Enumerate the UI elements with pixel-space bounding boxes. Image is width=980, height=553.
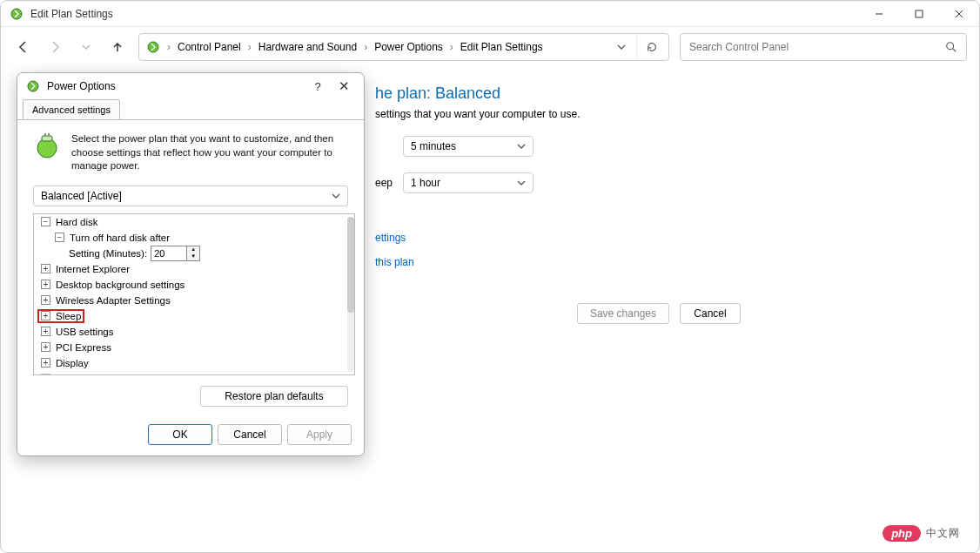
dialog-description: Select the power plan that you want to c… [71,132,348,173]
close-button[interactable] [939,1,979,27]
spinner-down-button[interactable]: ▼ [187,253,199,260]
dialog-close-button[interactable]: ✕ [331,78,357,94]
dropdown-value: 1 hour [411,177,440,189]
forward-button[interactable] [44,37,65,57]
tree-node-display[interactable]: +Display [34,355,346,371]
minimize-button[interactable] [859,1,899,27]
page-subtext: settings that you want your computer to … [375,108,953,120]
svg-point-5 [148,42,158,52]
breadcrumb-item[interactable]: Control Panel [178,41,241,53]
dialog-cancel-button[interactable]: Cancel [218,424,282,445]
watermark-text: 中文网 [926,526,960,541]
svg-rect-11 [44,133,46,136]
address-bar[interactable]: › Control Panel › Hardware and Sound › P… [138,33,669,61]
scrollbar-thumb[interactable] [347,217,354,313]
chevron-right-icon[interactable]: › [246,41,253,53]
collapse-icon[interactable]: − [41,217,50,226]
expand-icon[interactable]: + [41,264,50,273]
search-icon[interactable] [945,41,957,53]
svg-rect-10 [42,136,52,141]
dialog-apply-button[interactable]: Apply [287,424,352,445]
link-restore-plan[interactable]: this plan [375,256,953,268]
up-button[interactable] [107,37,128,57]
expand-icon[interactable]: + [41,311,50,320]
expand-icon[interactable]: + [41,342,50,352]
tree-node-wireless-adapter[interactable]: +Wireless Adapter Settings [34,293,346,308]
tree-node-desktop-background[interactable]: +Desktop background settings [34,277,346,293]
sleep-timeout-dropdown[interactable]: 1 hour [403,172,534,193]
expand-icon[interactable]: + [41,327,50,336]
window-title: Edit Plan Settings [30,8,113,20]
recent-button[interactable] [76,37,97,57]
setting-row-display: 5 minutes [375,136,953,157]
svg-rect-2 [916,10,923,17]
breadcrumb-item[interactable]: Edit Plan Settings [460,41,543,53]
watermark-pill: php [883,525,921,542]
dialog-title: Power Options [47,80,116,92]
dialog-help-button[interactable]: ? [305,80,331,93]
plan-selector-dropdown[interactable]: Balanced [Active] [33,185,348,206]
search-box[interactable] [680,33,967,61]
plan-selector-value: Balanced [Active] [41,190,122,202]
display-timeout-dropdown[interactable]: 5 minutes [403,136,534,157]
svg-rect-12 [48,133,50,136]
breadcrumb-item[interactable]: Power Options [374,41,443,53]
chevron-down-icon [332,192,340,200]
tree-node-turn-off-hard-disk[interactable]: −Turn off hard disk after [34,230,346,246]
spinner-up-button[interactable]: ▲ [187,246,199,253]
settings-tree: −Hard disk −Turn off hard disk after Set… [33,213,355,375]
link-advanced-settings[interactable]: ettings [375,232,953,244]
tree-node-multimedia[interactable]: +Multimedia settings [34,371,346,374]
expand-icon[interactable]: + [41,280,50,289]
svg-point-8 [28,81,38,91]
restore-defaults-button[interactable]: Restore plan defaults [200,386,348,407]
power-plan-icon [33,132,61,160]
svg-point-6 [947,43,954,50]
tree-node-hard-disk[interactable]: −Hard disk [34,214,346,230]
back-button[interactable] [13,37,34,57]
setting-row-sleep: eep: 1 hour [375,172,953,193]
page-heading: he plan: Balanced [375,84,953,103]
save-changes-button[interactable]: Save changes [577,303,669,324]
dialog-icon [26,79,40,93]
navigation-bar: › Control Panel › Hardware and Sound › P… [1,27,979,67]
svg-line-7 [953,49,957,52]
chevron-right-icon[interactable]: › [165,41,172,53]
expand-icon[interactable]: + [41,374,50,374]
tree-leaf-setting-minutes[interactable]: Setting (Minutes): ▲ ▼ [34,246,346,261]
collapse-icon[interactable]: − [55,233,64,242]
location-icon [146,40,160,54]
address-dropdown-icon[interactable] [612,43,631,51]
dropdown-value: 5 minutes [411,140,456,152]
tab-advanced-settings[interactable]: Advanced settings [23,99,120,119]
chevron-down-icon [517,179,526,187]
maximize-button[interactable] [899,1,939,27]
chevron-right-icon[interactable]: › [448,41,455,53]
tree-node-pci-express[interactable]: +PCI Express [34,340,346,355]
row-label-partial: eep: [375,177,393,189]
refresh-button[interactable] [636,34,661,60]
expand-icon[interactable]: + [41,358,50,368]
minutes-spinner-input[interactable] [151,246,187,261]
power-options-dialog: Power Options ? ✕ Advanced settings Sele… [17,72,365,456]
cancel-button[interactable]: Cancel [680,303,741,324]
window-titlebar: Edit Plan Settings [1,1,979,27]
chevron-down-icon [517,142,526,151]
dialog-titlebar: Power Options ? ✕ [17,73,364,99]
expand-icon[interactable]: + [41,295,50,305]
breadcrumb-item[interactable]: Hardware and Sound [258,41,357,53]
chevron-right-icon[interactable]: › [362,41,369,53]
app-icon [10,7,23,21]
watermark: php 中文网 [883,525,960,542]
dialog-ok-button[interactable]: OK [148,424,212,445]
tree-node-sleep[interactable]: +Sleep [34,308,346,324]
search-input[interactable] [689,41,945,53]
tree-node-usb-settings[interactable]: +USB settings [34,324,346,340]
tree-node-internet-explorer[interactable]: +Internet Explorer [34,261,346,277]
svg-point-0 [11,9,22,19]
